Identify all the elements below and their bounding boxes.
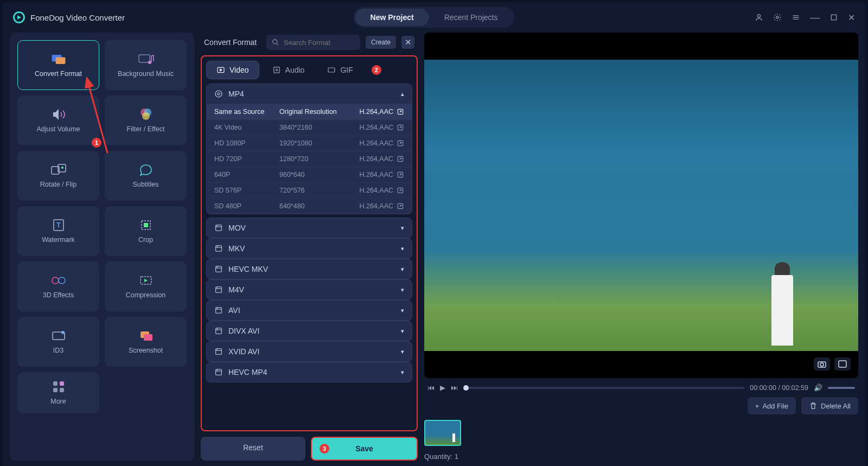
volume-icon[interactable]: 🔊: [814, 384, 822, 392]
svg-point-12: [61, 167, 63, 169]
format-row[interactable]: SD 480P640*480H.264,AAC: [207, 198, 412, 214]
tool-label: Watermark: [42, 236, 75, 244]
window-close-icon[interactable]: ✕: [848, 12, 855, 23]
external-icon[interactable]: [393, 108, 404, 116]
create-button[interactable]: Create: [366, 36, 396, 49]
tool-label: Screenshot: [129, 347, 163, 354]
tool-adjust-volume[interactable]: Adjust Volume 1: [17, 95, 99, 145]
external-icon[interactable]: [393, 202, 404, 210]
format-file-icon: [214, 368, 223, 376]
row-codec: H.264,AAC: [349, 187, 393, 194]
svg-marker-32: [220, 69, 222, 71]
format-tab-video[interactable]: Video: [206, 61, 259, 79]
tool-crop[interactable]: Crop: [105, 206, 187, 256]
delete-all-button[interactable]: Delete All: [801, 397, 858, 414]
tool-watermark[interactable]: T Watermark: [17, 206, 99, 256]
reset-button[interactable]: Reset: [201, 437, 305, 461]
format-head[interactable]: DIVX AVI▾: [207, 321, 412, 341]
tool-convert-format[interactable]: Convert Format: [17, 40, 99, 90]
tool-rotate-flip[interactable]: Rotate / Flip: [17, 151, 99, 201]
tab-new-project[interactable]: New Project: [355, 9, 429, 26]
format-head[interactable]: MKV▾: [207, 239, 412, 258]
add-file-button[interactable]: +Add File: [748, 397, 796, 414]
format-head[interactable]: M4V▾: [207, 280, 412, 299]
row-codec: H.264,AAC: [349, 202, 393, 210]
svg-rect-50: [216, 349, 222, 355]
svg-rect-48: [216, 308, 222, 314]
format-row[interactable]: HD 720P1280*720H.264,AAC: [207, 151, 412, 167]
svg-rect-25: [53, 381, 58, 386]
row-codec: H.264,AAC: [349, 108, 393, 116]
tool-more[interactable]: More: [17, 372, 99, 413]
prev-icon[interactable]: ⏮: [427, 384, 435, 392]
search-icon: [272, 38, 279, 47]
external-icon[interactable]: [393, 155, 404, 163]
format-head[interactable]: XVID AVI▾: [207, 342, 412, 361]
save-button[interactable]: 3 Save: [311, 437, 418, 461]
svg-point-17: [52, 277, 59, 284]
settings-icon[interactable]: [773, 13, 782, 22]
player-bar: ⏮ ▶ ⏭ 00:00:00 / 00:02:59 🔊: [424, 384, 858, 392]
fullscreen-icon[interactable]: [834, 358, 851, 371]
format-row[interactable]: HD 1080P1920*1080H.264,AAC: [207, 135, 412, 151]
row-name: SD 480P: [214, 202, 279, 210]
window-minimize-icon[interactable]: —: [810, 12, 820, 23]
search-input[interactable]: [284, 39, 355, 47]
format-row[interactable]: SD 576P720*576H.264,AAC: [207, 182, 412, 198]
format-head-mp4[interactable]: MP4 ▴: [207, 84, 412, 104]
annotation-2: 2: [372, 65, 381, 75]
trash-icon: [809, 401, 818, 410]
window-maximize-icon[interactable]: [829, 13, 838, 22]
format-head[interactable]: AVI▾: [207, 301, 412, 320]
volume-track[interactable]: [828, 387, 855, 389]
row-codec: H.264,AAC: [349, 171, 393, 178]
format-group: DIVX AVI▾: [206, 321, 412, 341]
app-title: FoneDog Video Converter: [30, 13, 125, 22]
tool-3d-effects[interactable]: 3D Effects: [17, 261, 99, 311]
chevron-up-icon: ▴: [401, 91, 404, 98]
row-codec: H.264,AAC: [349, 139, 393, 147]
close-panel-icon[interactable]: ✕: [401, 36, 414, 49]
tool-screenshot[interactable]: Screenshot: [105, 317, 187, 367]
format-file-icon: [214, 90, 223, 98]
svg-rect-44: [216, 225, 222, 231]
svg-rect-5: [139, 55, 150, 62]
format-tab-gif[interactable]: GIF: [317, 61, 362, 79]
format-head[interactable]: MOV▾: [207, 218, 412, 238]
format-tab-audio[interactable]: Audio: [263, 61, 315, 79]
account-icon[interactable]: [755, 13, 763, 22]
format-file-icon: [214, 327, 223, 335]
tool-subtitles[interactable]: Subtitles: [105, 151, 187, 201]
external-icon[interactable]: [393, 171, 404, 178]
menu-icon[interactable]: [792, 13, 800, 22]
svg-point-53: [820, 363, 824, 366]
svg-text:T: T: [56, 221, 61, 229]
external-icon[interactable]: [393, 187, 404, 194]
format-group: HEVC MKV▾: [206, 259, 412, 279]
format-row[interactable]: Same as SourceOriginal ResolutionH.264,A…: [207, 104, 412, 119]
seek-track[interactable]: [463, 387, 744, 389]
next-icon[interactable]: ⏭: [451, 384, 458, 392]
format-row[interactable]: 4K Video3840*2160H.264,AAC: [207, 119, 412, 135]
format-head[interactable]: HEVC MP4▾: [207, 362, 412, 382]
search-field[interactable]: [266, 35, 360, 50]
thumbnail[interactable]: [424, 420, 461, 446]
nav-tabs: New Project Recent Projects: [354, 7, 515, 28]
svg-point-1: [776, 16, 778, 18]
format-head[interactable]: HEVC MKV▾: [207, 259, 412, 279]
external-icon[interactable]: [393, 139, 404, 147]
chevron-down-icon: ▾: [401, 266, 404, 273]
screenshot-icon: [137, 329, 155, 342]
svg-rect-51: [216, 369, 222, 375]
tool-compression[interactable]: Compression: [105, 261, 187, 311]
play-icon[interactable]: ▶: [440, 384, 445, 392]
row-name: HD 1080P: [214, 139, 279, 147]
tool-id3[interactable]: ID3: [17, 317, 99, 367]
tab-recent-projects[interactable]: Recent Projects: [429, 9, 513, 26]
snapshot-icon[interactable]: [814, 358, 830, 371]
chevron-down-icon: ▾: [401, 307, 404, 314]
external-icon[interactable]: [393, 124, 404, 131]
tool-background-music[interactable]: Background Music: [105, 40, 187, 90]
format-row[interactable]: 640P960*640H.264,AAC: [207, 167, 412, 182]
tool-filter-effect[interactable]: Filter / Effect: [105, 95, 187, 145]
